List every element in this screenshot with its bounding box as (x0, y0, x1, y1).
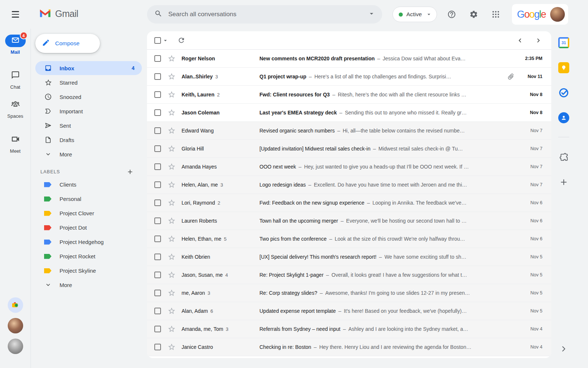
row-checkbox[interactable] (154, 217, 161, 224)
star-icon[interactable] (168, 127, 176, 135)
email-row[interactable]: Helen, Alan, me3 Logo redesign ideas – E… (147, 176, 551, 194)
star-icon[interactable] (168, 109, 176, 117)
row-checkbox[interactable] (154, 73, 161, 80)
settings-button[interactable] (466, 7, 481, 22)
star-icon[interactable] (168, 181, 176, 189)
calendar-button[interactable]: 31 (556, 36, 571, 49)
row-checkbox[interactable] (154, 181, 161, 188)
email-row[interactable]: Janice Castro Checking in re: Boston – H… (147, 338, 551, 356)
row-checkbox[interactable] (154, 344, 161, 350)
sidebar-label-project-clover[interactable]: Project Clover (35, 206, 142, 220)
get-addons-button[interactable] (556, 151, 571, 164)
rail-app-spaces[interactable]: Spaces (5, 99, 26, 119)
star-icon[interactable] (168, 54, 176, 63)
main-menu-icon[interactable] (7, 6, 24, 22)
google-account-card[interactable]: Google (512, 4, 568, 25)
email-row[interactable]: Helen, Ethan, me5 Two pics from the conf… (147, 230, 551, 248)
star-icon[interactable] (168, 253, 176, 261)
star-icon[interactable] (168, 307, 176, 315)
email-row[interactable]: Keith Obrien [UX] Special delivery! This… (147, 248, 551, 266)
google-apps-button[interactable] (488, 7, 503, 22)
sidebar-item-snoozed[interactable]: Snoozed (35, 90, 142, 104)
rail-app-mail[interactable]: 4 Mail (5, 35, 26, 55)
subject-snippet-separator: – (299, 164, 302, 170)
email-row[interactable]: Jason Coleman Last year's EMEA strategy … (147, 104, 551, 122)
contact-avatar-2[interactable] (8, 339, 23, 354)
row-checkbox[interactable] (154, 55, 161, 62)
row-checkbox[interactable] (154, 163, 161, 170)
star-icon[interactable] (168, 199, 176, 207)
row-checkbox[interactable] (154, 326, 161, 332)
sidebar-item-inbox[interactable]: Inbox 4 (35, 61, 142, 75)
profile-avatar[interactable] (550, 7, 565, 22)
camera-avatar[interactable] (8, 297, 23, 313)
star-icon[interactable] (168, 271, 176, 279)
row-checkbox[interactable] (154, 145, 161, 152)
rail-app-chat[interactable]: Chat (5, 70, 26, 90)
help-button[interactable] (444, 7, 459, 22)
row-checkbox[interactable] (154, 290, 161, 296)
expand-side-panel-button[interactable] (559, 344, 568, 353)
email-row[interactable]: Alan, Adam6 Updated expense report templ… (147, 302, 551, 320)
sidebar-label-project-rocket[interactable]: Project Rocket (35, 249, 142, 263)
email-row[interactable]: Keith, Lauren2 Fwd: Client resources for… (147, 86, 551, 104)
row-checkbox[interactable] (154, 91, 161, 98)
sidebar-label-project-hedgehog[interactable]: Project Hedgehog (35, 235, 142, 249)
sidebar-item-more[interactable]: More (35, 147, 142, 161)
star-icon[interactable] (168, 289, 176, 297)
star-icon[interactable] (168, 91, 176, 99)
star-icon[interactable] (168, 343, 176, 351)
star-icon[interactable] (168, 163, 176, 171)
email-row[interactable]: Lauren Roberts Town hall on the upcoming… (147, 212, 551, 230)
sidebar-item-starred[interactable]: Starred (35, 75, 142, 89)
keep-button[interactable] (556, 61, 571, 74)
status-selector[interactable]: Active (392, 7, 437, 22)
labels-more-item[interactable]: More (35, 278, 142, 292)
row-checkbox[interactable] (154, 272, 161, 278)
create-label-button[interactable] (126, 168, 134, 176)
star-icon[interactable] (168, 325, 176, 333)
tasks-button[interactable] (556, 86, 571, 99)
row-checkbox[interactable] (154, 236, 161, 242)
row-checkbox[interactable] (154, 127, 161, 134)
sidebar-label-clients[interactable]: Clients (35, 177, 142, 192)
star-icon[interactable] (168, 217, 176, 225)
select-options-caret-icon[interactable] (162, 37, 169, 44)
contacts-button[interactable] (556, 111, 571, 124)
email-row[interactable]: Roger Nelson New comments on MCR2020 dra… (147, 50, 551, 68)
rail-app-meet[interactable]: Meet (5, 134, 26, 154)
email-row[interactable]: Amanda, me, Tom3 Referrals from Sydney –… (147, 320, 551, 338)
add-side-app-button[interactable] (556, 176, 571, 189)
select-all-checkbox[interactable] (154, 37, 161, 44)
row-checkbox[interactable] (154, 254, 161, 260)
older-button[interactable] (534, 36, 542, 45)
email-row[interactable]: Lori, Raymond2 Fwd: Feedback on the new … (147, 194, 551, 212)
email-row[interactable]: Jason, Susan, me4 Re: Project Skylight 1… (147, 266, 551, 284)
sidebar-label-project-dot[interactable]: Project Dot (35, 220, 142, 235)
sidebar-item-drafts[interactable]: Drafts (35, 133, 142, 147)
search-bar[interactable]: Search all conversations (147, 5, 382, 24)
subject-text: Fwd: Feedback on the new signup experien… (259, 200, 365, 206)
row-checkbox[interactable] (154, 199, 161, 206)
search-input[interactable]: Search all conversations (168, 11, 368, 18)
search-options-caret-icon[interactable] (368, 10, 376, 19)
sidebar-item-sent[interactable]: Sent (35, 118, 142, 132)
email-row[interactable]: Edward Wang Revised organic search numbe… (147, 122, 551, 140)
subject-snippet-separator: – (340, 110, 343, 116)
sidebar-label-personal[interactable]: Personal (35, 192, 142, 206)
email-row[interactable]: me, Aaron3 Re: Corp strategy slides? – A… (147, 284, 551, 302)
star-icon[interactable] (168, 145, 176, 153)
compose-button[interactable]: Compose (35, 34, 100, 53)
sidebar-label-project-skyline[interactable]: Project Skyline (35, 263, 142, 278)
star-icon[interactable] (168, 72, 176, 81)
email-row[interactable]: Gloria Hill [Updated invitation] Midwest… (147, 140, 551, 158)
refresh-button[interactable] (178, 36, 185, 44)
row-checkbox[interactable] (154, 109, 161, 116)
sidebar-item-important[interactable]: Important (35, 104, 142, 118)
star-icon[interactable] (168, 235, 176, 243)
email-row[interactable]: Alan..Shirley3 Q1 project wrap-up – Here… (147, 68, 551, 86)
email-row[interactable]: Amanda Hayes OOO next week – Hey, just w… (147, 158, 551, 176)
contact-avatar-1[interactable] (8, 318, 23, 333)
row-checkbox[interactable] (154, 308, 161, 314)
newer-button[interactable] (516, 36, 524, 45)
